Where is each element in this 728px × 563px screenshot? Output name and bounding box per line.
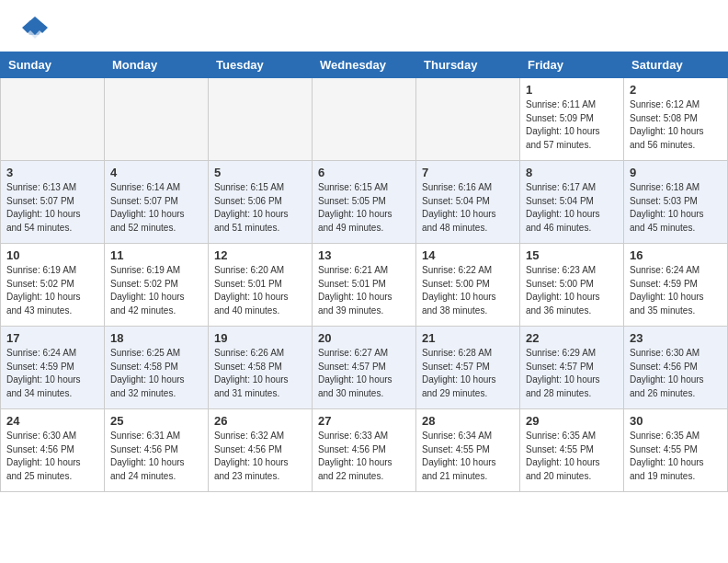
day-info: Sunrise: 6:30 AM Sunset: 4:56 PM Dayligh… (630, 347, 722, 400)
calendar-week-row: 1Sunrise: 6:11 AM Sunset: 5:09 PM Daylig… (1, 78, 728, 161)
calendar-header-row: SundayMondayTuesdayWednesdayThursdayFrid… (1, 52, 728, 78)
calendar-header-wednesday: Wednesday (313, 52, 416, 78)
calendar-cell: 6Sunrise: 6:15 AM Sunset: 5:05 PM Daylig… (313, 161, 416, 244)
day-number: 15 (526, 248, 618, 262)
calendar-cell: 26Sunrise: 6:32 AM Sunset: 4:56 PM Dayli… (209, 409, 313, 492)
day-number: 28 (422, 414, 514, 428)
day-number: 6 (318, 166, 410, 179)
calendar-cell: 22Sunrise: 6:29 AM Sunset: 4:57 PM Dayli… (520, 327, 624, 409)
day-number: 9 (630, 166, 722, 179)
day-number: 23 (630, 331, 722, 345)
day-number: 11 (110, 248, 202, 262)
calendar-week-row: 3Sunrise: 6:13 AM Sunset: 5:07 PM Daylig… (1, 161, 728, 244)
calendar-cell: 16Sunrise: 6:24 AM Sunset: 4:59 PM Dayli… (624, 244, 728, 327)
day-info: Sunrise: 6:23 AM Sunset: 5:00 PM Dayligh… (526, 264, 618, 317)
calendar-header-sunday: Sunday (1, 52, 105, 78)
calendar-cell: 5Sunrise: 6:15 AM Sunset: 5:06 PM Daylig… (209, 161, 313, 244)
calendar-cell: 19Sunrise: 6:26 AM Sunset: 4:58 PM Dayli… (209, 327, 313, 409)
day-info: Sunrise: 6:20 AM Sunset: 5:01 PM Dayligh… (214, 264, 306, 317)
calendar-cell (416, 78, 520, 161)
day-number: 26 (214, 414, 306, 428)
calendar-cell: 21Sunrise: 6:28 AM Sunset: 4:57 PM Dayli… (416, 327, 520, 409)
day-info: Sunrise: 6:24 AM Sunset: 4:59 PM Dayligh… (630, 264, 722, 317)
calendar-cell: 10Sunrise: 6:19 AM Sunset: 5:02 PM Dayli… (1, 244, 105, 327)
day-info: Sunrise: 6:24 AM Sunset: 4:59 PM Dayligh… (6, 347, 98, 400)
calendar-cell: 15Sunrise: 6:23 AM Sunset: 5:00 PM Dayli… (520, 244, 624, 327)
day-info: Sunrise: 6:16 AM Sunset: 5:04 PM Dayligh… (422, 181, 514, 235)
calendar-header-monday: Monday (105, 52, 209, 78)
day-info: Sunrise: 6:26 AM Sunset: 4:58 PM Dayligh… (214, 347, 306, 400)
calendar-table: SundayMondayTuesdayWednesdayThursdayFrid… (0, 52, 728, 492)
calendar-cell (1, 78, 105, 161)
day-number: 16 (630, 248, 722, 262)
day-number: 5 (214, 166, 306, 179)
day-number: 14 (422, 248, 514, 262)
calendar-cell: 9Sunrise: 6:18 AM Sunset: 5:03 PM Daylig… (624, 161, 728, 244)
calendar-cell: 12Sunrise: 6:20 AM Sunset: 5:01 PM Dayli… (209, 244, 313, 327)
day-number: 13 (318, 248, 410, 262)
calendar-cell: 23Sunrise: 6:30 AM Sunset: 4:56 PM Dayli… (624, 327, 728, 409)
day-info: Sunrise: 6:34 AM Sunset: 4:55 PM Dayligh… (422, 430, 514, 483)
calendar-cell (105, 78, 209, 161)
calendar-cell: 25Sunrise: 6:31 AM Sunset: 4:56 PM Dayli… (105, 409, 209, 492)
calendar-cell (313, 78, 416, 161)
calendar-cell: 11Sunrise: 6:19 AM Sunset: 5:02 PM Dayli… (105, 244, 209, 327)
calendar-cell: 8Sunrise: 6:17 AM Sunset: 5:04 PM Daylig… (520, 161, 624, 244)
day-info: Sunrise: 6:30 AM Sunset: 4:56 PM Dayligh… (6, 430, 98, 483)
calendar-week-row: 10Sunrise: 6:19 AM Sunset: 5:02 PM Dayli… (1, 244, 728, 327)
day-number: 10 (6, 248, 98, 262)
calendar-cell: 13Sunrise: 6:21 AM Sunset: 5:01 PM Dayli… (313, 244, 416, 327)
calendar-cell: 17Sunrise: 6:24 AM Sunset: 4:59 PM Dayli… (1, 327, 105, 409)
day-info: Sunrise: 6:31 AM Sunset: 4:56 PM Dayligh… (110, 430, 202, 483)
calendar-week-row: 17Sunrise: 6:24 AM Sunset: 4:59 PM Dayli… (1, 327, 728, 409)
day-number: 25 (110, 414, 202, 428)
day-info: Sunrise: 6:22 AM Sunset: 5:00 PM Dayligh… (422, 264, 514, 317)
calendar-cell (209, 78, 313, 161)
calendar-cell: 30Sunrise: 6:35 AM Sunset: 4:55 PM Dayli… (624, 409, 728, 492)
calendar-cell: 4Sunrise: 6:14 AM Sunset: 5:07 PM Daylig… (105, 161, 209, 244)
logo (22, 17, 51, 42)
day-number: 27 (318, 414, 410, 428)
calendar-cell: 20Sunrise: 6:27 AM Sunset: 4:57 PM Dayli… (313, 327, 416, 409)
day-number: 20 (318, 331, 410, 345)
calendar-cell: 2Sunrise: 6:12 AM Sunset: 5:08 PM Daylig… (624, 78, 728, 161)
day-info: Sunrise: 6:12 AM Sunset: 5:08 PM Dayligh… (630, 98, 722, 152)
day-info: Sunrise: 6:13 AM Sunset: 5:07 PM Dayligh… (6, 181, 98, 235)
day-number: 19 (214, 331, 306, 345)
day-info: Sunrise: 6:27 AM Sunset: 4:57 PM Dayligh… (318, 347, 410, 400)
day-info: Sunrise: 6:25 AM Sunset: 4:58 PM Dayligh… (110, 347, 202, 400)
day-info: Sunrise: 6:19 AM Sunset: 5:02 PM Dayligh… (110, 264, 202, 317)
day-number: 12 (214, 248, 306, 262)
calendar-header-thursday: Thursday (416, 52, 520, 78)
calendar-cell: 14Sunrise: 6:22 AM Sunset: 5:00 PM Dayli… (416, 244, 520, 327)
calendar-cell: 28Sunrise: 6:34 AM Sunset: 4:55 PM Dayli… (416, 409, 520, 492)
day-info: Sunrise: 6:32 AM Sunset: 4:56 PM Dayligh… (214, 430, 306, 483)
calendar-cell: 7Sunrise: 6:16 AM Sunset: 5:04 PM Daylig… (416, 161, 520, 244)
day-number: 30 (630, 414, 722, 428)
day-number: 17 (6, 331, 98, 345)
calendar-cell: 18Sunrise: 6:25 AM Sunset: 4:58 PM Dayli… (105, 327, 209, 409)
day-number: 8 (526, 166, 618, 179)
day-info: Sunrise: 6:35 AM Sunset: 4:55 PM Dayligh… (630, 430, 722, 483)
day-info: Sunrise: 6:11 AM Sunset: 5:09 PM Dayligh… (526, 98, 618, 152)
day-info: Sunrise: 6:28 AM Sunset: 4:57 PM Dayligh… (422, 347, 514, 400)
day-info: Sunrise: 6:17 AM Sunset: 5:04 PM Dayligh… (526, 181, 618, 235)
calendar-header-tuesday: Tuesday (209, 52, 313, 78)
day-info: Sunrise: 6:14 AM Sunset: 5:07 PM Dayligh… (110, 181, 202, 235)
day-number: 24 (6, 414, 98, 428)
day-info: Sunrise: 6:18 AM Sunset: 5:03 PM Dayligh… (630, 181, 722, 235)
calendar-cell: 3Sunrise: 6:13 AM Sunset: 5:07 PM Daylig… (1, 161, 105, 244)
day-number: 29 (526, 414, 618, 428)
calendar-week-row: 24Sunrise: 6:30 AM Sunset: 4:56 PM Dayli… (1, 409, 728, 492)
day-info: Sunrise: 6:15 AM Sunset: 5:06 PM Dayligh… (214, 181, 306, 235)
day-info: Sunrise: 6:21 AM Sunset: 5:01 PM Dayligh… (318, 264, 410, 317)
day-info: Sunrise: 6:19 AM Sunset: 5:02 PM Dayligh… (6, 264, 98, 317)
calendar-header-friday: Friday (520, 52, 624, 78)
day-info: Sunrise: 6:35 AM Sunset: 4:55 PM Dayligh… (526, 430, 618, 483)
calendar-cell: 29Sunrise: 6:35 AM Sunset: 4:55 PM Dayli… (520, 409, 624, 492)
day-number: 1 (526, 83, 618, 97)
calendar-cell: 27Sunrise: 6:33 AM Sunset: 4:56 PM Dayli… (313, 409, 416, 492)
day-info: Sunrise: 6:15 AM Sunset: 5:05 PM Dayligh… (318, 181, 410, 235)
day-number: 2 (630, 83, 722, 97)
day-number: 4 (110, 166, 202, 179)
